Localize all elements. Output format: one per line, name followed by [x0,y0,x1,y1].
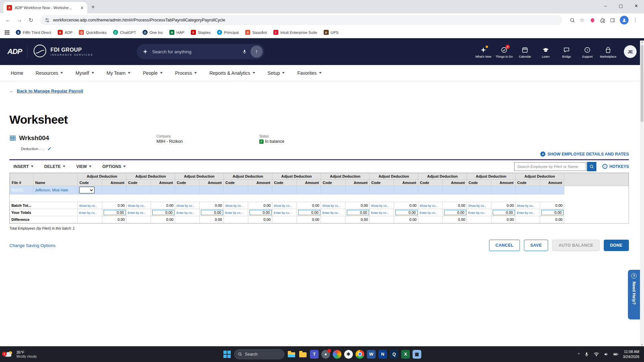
deduction-amount-cell[interactable] [442,186,467,194]
folder-icon[interactable] [299,350,307,359]
bookmark-item[interactable]: QQuickBooks [79,30,106,35]
employee-search-input[interactable] [514,162,586,171]
your-total-amount-input[interactable]: 0.00 [152,210,174,215]
bookmark-item[interactable]: SStaples [191,30,211,35]
close-icon[interactable]: ✕ [629,0,644,11]
your-total-amount-input[interactable]: 0.00 [395,210,418,215]
nav-item-people[interactable]: People [143,70,163,76]
show-by-code-link[interactable]: Show by co... [176,204,195,207]
hotkeys-link[interactable]: ! HOTKEYS [602,164,629,169]
back-icon[interactable]: ← [3,17,13,23]
taskbar-clock[interactable]: 11:08 AM 3/24/2026 [623,349,639,359]
maximize-icon[interactable]: ▢ [613,0,629,11]
show-by-code-link[interactable]: Show by co... [274,204,292,207]
bookmark-item[interactable]: HHAP [169,30,184,35]
wifi-icon[interactable] [594,352,599,357]
browser-tab[interactable]: A ADP Workforce Now - Workshe... ✕ [3,2,87,13]
save-button[interactable]: SAVE [524,240,548,251]
your-total-amount-input[interactable]: 0.00 [104,210,126,215]
show-by-code-link[interactable]: Show by co... [79,204,97,207]
quickbooks-icon[interactable]: Q [390,350,398,359]
deduction-amount-cell[interactable] [540,186,564,194]
global-search[interactable]: ↑ [137,44,264,59]
deduction-code-cell[interactable] [224,186,248,194]
change-saving-options-link[interactable]: Change Saving Options [9,243,55,248]
deduction-code-cell[interactable] [467,186,491,194]
side-panel-icon[interactable] [610,17,615,23]
start-button[interactable] [223,350,231,359]
enter-by-code-link[interactable]: Enter by co... [225,211,243,215]
word-icon[interactable]: W [367,350,376,359]
bookmark-item[interactable]: OOne Inc [143,30,163,35]
your-total-amount-input[interactable]: 0.00 [493,210,515,215]
deduction-amount-cell[interactable] [248,186,272,194]
deduction-code-dropdown[interactable] [79,187,95,193]
your-total-amount-input[interactable]: 0.00 [541,210,564,215]
volume-icon[interactable] [603,352,609,357]
view-menu-button[interactable]: VIEW [76,164,92,169]
need-help-tab[interactable]: ? Need Help? [628,270,640,319]
file-explorer-icon[interactable] [287,350,296,359]
bookmark-item[interactable]: IIntuit Enterprise Suite [273,30,317,35]
edit-pencil-icon[interactable] [47,146,52,151]
bookmark-item[interactable]: SSaasAnt [245,30,267,35]
bookmark-item[interactable]: AADP [58,30,73,35]
scroll-up-icon[interactable]: ▲ [640,41,644,43]
search-submit-icon[interactable]: ↑ [251,46,263,58]
user-avatar[interactable]: JE [624,45,637,58]
show-by-code-link[interactable]: Show by co... [371,204,389,207]
deduction-amount-cell[interactable] [102,186,126,194]
learn-button[interactable]: Learn [535,45,556,58]
deduction-code-cell[interactable] [126,186,151,194]
show-by-code-link[interactable]: Show by co... [225,204,243,207]
deduction-amount-cell[interactable] [394,186,418,194]
options-menu-button[interactable]: OPTIONS [102,164,126,169]
find-icon[interactable] [570,17,575,23]
forward-icon[interactable]: → [15,17,24,23]
new-tab-icon[interactable]: + [91,4,95,11]
microphone-icon[interactable] [584,352,589,357]
bookmark-star-icon[interactable]: ☆ [580,17,585,23]
apps-grid-icon[interactable] [5,30,9,35]
things-to-do-button[interactable]: 8 Things to Do [494,45,515,58]
browser-profile-avatar[interactable] [620,16,629,24]
onenote-icon[interactable]: N [378,350,387,359]
deduction-amount-cell[interactable] [151,186,175,194]
teams-icon[interactable]: T [310,350,319,359]
nav-item-reports-analytics[interactable]: Reports & Analytics [209,70,255,76]
chrome-icon[interactable] [356,350,364,359]
insert-menu-button[interactable]: INSERT [13,164,34,169]
deduction-amount-cell[interactable] [491,186,516,194]
nav-item-my-team[interactable]: My Team [107,70,131,76]
nav-item-myself[interactable]: Myself [75,70,94,76]
deduction-amount-cell[interactable] [345,186,370,194]
deduction-code-cell[interactable] [418,186,443,194]
done-button[interactable]: DONE [604,240,629,251]
employee-search-button[interactable] [587,162,596,171]
enter-by-code-link[interactable]: Enter by co... [517,211,535,215]
your-total-amount-input[interactable]: 0.00 [347,210,369,215]
bookmark-item[interactable]: CChatGPT [113,30,136,35]
tab-close-icon[interactable]: ✕ [80,5,84,10]
taskbar-search[interactable]: Search [234,349,284,359]
address-bar[interactable]: workforcenow.adp.com/theme/admin.html#/P… [40,15,562,25]
photos-icon[interactable] [333,350,341,359]
extensions-icon[interactable] [600,17,605,23]
enter-by-code-link[interactable]: Enter by co... [274,211,291,215]
deduction-amount-cell[interactable] [199,186,224,194]
calendar-button[interactable]: Calendar [515,45,535,58]
show-by-code-link[interactable]: Show by co... [128,204,146,207]
scrollbar-thumb[interactable] [641,45,643,122]
bookmark-item[interactable]: PPrincipal [217,30,239,35]
minimize-icon[interactable]: – [598,0,613,11]
microphone-icon[interactable] [242,49,247,54]
deduction-code-cell[interactable] [321,186,345,194]
your-total-amount-input[interactable]: 0.00 [444,210,466,215]
marketplace-button[interactable]: Marketplace [598,45,619,58]
whats-new-button[interactable]: What's New [473,45,494,58]
chatgpt-icon[interactable]: ✱ [344,350,353,359]
contacts-icon[interactable]: ● [321,350,330,359]
battery-icon[interactable] [613,352,619,357]
enter-by-code-link[interactable]: Enter by co... [322,211,340,215]
show-by-code-link[interactable]: Show by co... [322,204,340,207]
